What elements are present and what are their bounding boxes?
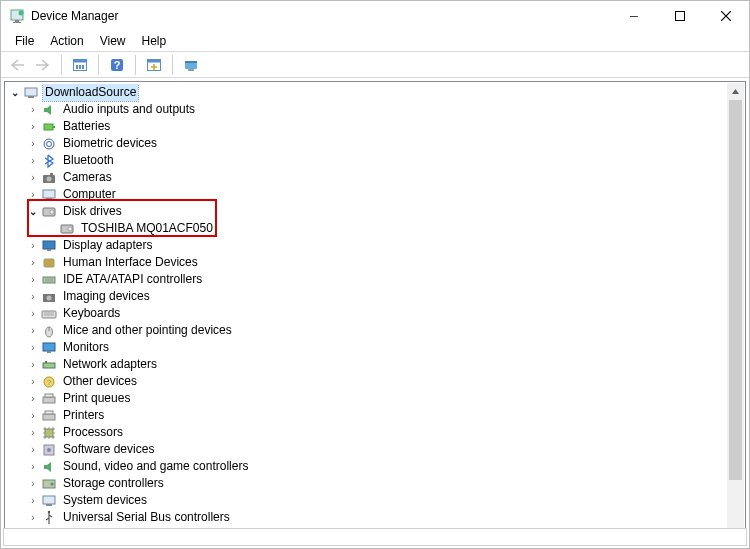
tree-item-label: Other devices (61, 373, 139, 390)
software-icon (41, 442, 57, 458)
expand-icon[interactable]: › (25, 407, 41, 424)
tree-category[interactable]: ›Universal Serial Bus controllers (7, 509, 727, 526)
tree-category[interactable]: ›Printers (7, 407, 727, 424)
tree-category[interactable]: ›Computer (7, 186, 727, 203)
expand-icon[interactable]: › (25, 475, 41, 492)
scroll-thumb[interactable] (729, 100, 742, 480)
help-button[interactable]: ? (105, 54, 129, 76)
expand-icon[interactable]: › (25, 339, 41, 356)
expand-icon[interactable]: › (25, 322, 41, 339)
tree-category[interactable]: ›Keyboards (7, 305, 727, 322)
expand-icon[interactable]: › (25, 373, 41, 390)
expand-icon[interactable]: › (25, 152, 41, 169)
scroll-up-button[interactable] (727, 83, 744, 100)
pc-icon (41, 187, 57, 203)
expand-icon[interactable]: › (25, 288, 41, 305)
collapse-icon[interactable]: ⌄ (25, 203, 41, 220)
expand-icon[interactable]: › (25, 254, 41, 271)
svg-rect-50 (45, 411, 53, 414)
tree-category[interactable]: ›Storage controllers (7, 475, 727, 492)
svg-rect-47 (43, 397, 55, 403)
svg-point-32 (68, 227, 72, 231)
tree-item-label: DownloadSource (43, 84, 138, 101)
tree-category[interactable]: ›Monitors (7, 339, 727, 356)
audio-icon (41, 102, 57, 118)
computer-root-icon (23, 85, 39, 101)
menu-help[interactable]: Help (134, 33, 175, 49)
collapse-icon[interactable]: ⌄ (7, 84, 23, 101)
expand-icon[interactable]: › (25, 441, 41, 458)
expand-icon[interactable]: › (25, 101, 41, 118)
tree-item-label: System devices (61, 492, 149, 509)
tree-category[interactable]: ›Audio inputs and outputs (7, 101, 727, 118)
close-button[interactable] (703, 1, 749, 31)
vertical-scrollbar[interactable] (727, 83, 744, 539)
tree-category[interactable]: ›Sound, video and game controllers (7, 458, 727, 475)
tree-category[interactable]: ›IDE ATA/ATAPI controllers (7, 271, 727, 288)
tree-category[interactable]: ›Software devices (7, 441, 727, 458)
menu-file[interactable]: File (7, 33, 42, 49)
show-hidden-button[interactable] (68, 54, 92, 76)
svg-rect-7 (74, 59, 87, 62)
svg-rect-34 (47, 249, 51, 251)
tree-category[interactable]: ›Biometric devices (7, 135, 727, 152)
tree-item-label: Imaging devices (61, 288, 152, 305)
expand-icon[interactable]: › (25, 492, 41, 509)
menu-action[interactable]: Action (42, 33, 91, 49)
svg-rect-26 (50, 173, 53, 175)
expand-icon[interactable]: › (25, 509, 41, 526)
tree-category[interactable]: ›Print queues (7, 390, 727, 407)
tree-category[interactable]: ›Imaging devices (7, 288, 727, 305)
tree-category[interactable]: ›Bluetooth (7, 152, 727, 169)
tree-category[interactable]: ⌄Disk drives (7, 203, 727, 220)
scroll-track[interactable] (727, 100, 744, 522)
tree-category[interactable]: ›System devices (7, 492, 727, 509)
expand-icon[interactable]: › (25, 169, 41, 186)
tree-category[interactable]: ›Display adapters (7, 237, 727, 254)
tree-category[interactable]: ›?Other devices (7, 373, 727, 390)
tree-category[interactable]: ›Processors (7, 424, 727, 441)
expand-icon[interactable]: › (25, 458, 41, 475)
svg-rect-17 (188, 69, 194, 71)
svg-rect-27 (43, 190, 55, 198)
device-tree[interactable]: ⌄DownloadSource›Audio inputs and outputs… (7, 84, 727, 538)
menu-view[interactable]: View (92, 33, 134, 49)
expand-icon[interactable]: › (25, 390, 41, 407)
tree-category[interactable]: ›Batteries (7, 118, 727, 135)
svg-point-58 (48, 510, 50, 512)
tree-device[interactable]: TOSHIBA MQ01ACF050 (7, 220, 727, 237)
expand-icon[interactable]: › (25, 271, 41, 288)
expand-icon[interactable]: › (25, 237, 41, 254)
expand-icon[interactable]: › (25, 118, 41, 135)
tree-item-label: Computer (61, 186, 118, 203)
tree-category[interactable]: ›Cameras (7, 169, 727, 186)
svg-rect-43 (43, 363, 55, 368)
toolbar-separator (61, 55, 62, 75)
expand-icon[interactable]: › (25, 305, 41, 322)
usb-icon (41, 510, 57, 526)
tree-item-label: Batteries (61, 118, 112, 135)
tree-category[interactable]: ›Human Interface Devices (7, 254, 727, 271)
svg-rect-3 (13, 22, 21, 23)
app-icon (9, 8, 25, 24)
scan-hardware-button[interactable] (142, 54, 166, 76)
tree-category[interactable]: ›Mice and other pointing devices (7, 322, 727, 339)
maximize-button[interactable] (657, 1, 703, 31)
expand-icon[interactable]: › (25, 356, 41, 373)
svg-rect-16 (185, 61, 197, 63)
tree-category[interactable]: ›Network adapters (7, 356, 727, 373)
svg-rect-36 (43, 277, 55, 283)
expand-icon[interactable]: › (25, 186, 41, 203)
sound-icon (41, 459, 57, 475)
minimize-button[interactable]: ─ (611, 1, 657, 31)
expand-icon[interactable]: › (25, 424, 41, 441)
svg-rect-42 (47, 351, 51, 353)
tree-item-label: Monitors (61, 339, 111, 356)
tree-root[interactable]: ⌄DownloadSource (7, 84, 727, 101)
back-button[interactable] (5, 54, 29, 76)
cpu-icon (41, 425, 57, 441)
printer-icon (41, 408, 57, 424)
properties-button[interactable] (179, 54, 203, 76)
forward-button[interactable] (31, 54, 55, 76)
expand-icon[interactable]: › (25, 135, 41, 152)
